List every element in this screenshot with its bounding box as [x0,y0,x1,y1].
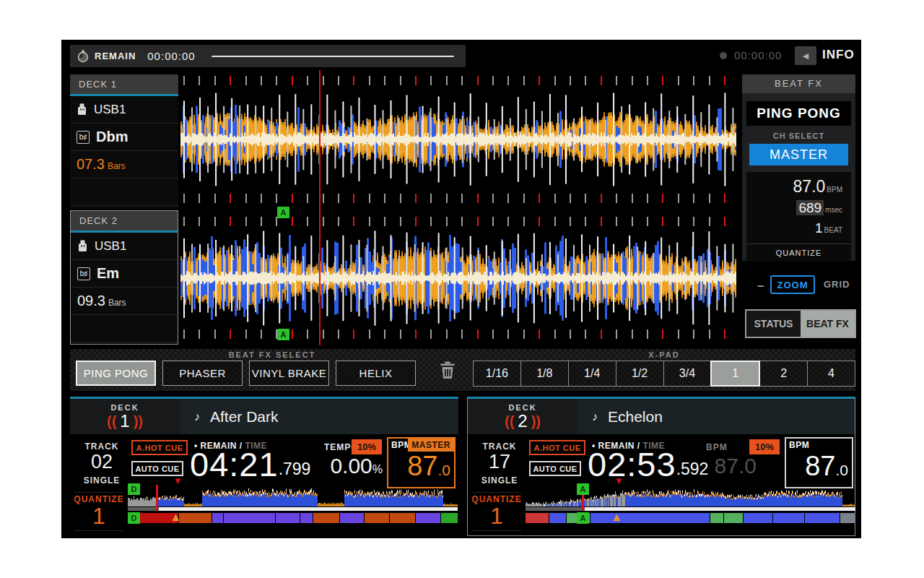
deck1-bars-row[interactable]: 07.3Bars [70,151,178,178]
deck2-bars: 09.3Bars [77,293,126,309]
beat-tick [647,217,648,226]
deck1-source-row[interactable]: USB1 [70,96,178,124]
deck2-body: TRACK 17 SINGLE A.HOT CUE AUTO CUE • REM… [468,434,855,536]
beat-tick [523,217,525,226]
xpad-cell-4[interactable]: 4 [807,361,855,387]
deck2-auto-cue-button[interactable]: AUTO CUE [529,461,581,476]
deck2-hot-cue-button[interactable]: A.HOT CUE [529,440,585,455]
music-note-icon: ♪ [592,410,598,423]
fx-button-ping-pong[interactable]: PING PONG [76,361,156,386]
deck1-overview-waveform[interactable] [128,486,458,506]
downbeat-tick [539,76,540,85]
beat-tick [338,194,339,203]
xpad-cell-1[interactable]: 1 [710,361,760,387]
beat-tick [323,76,324,85]
deck2-source-row[interactable]: USB1 [71,233,178,260]
deck2-overview-waveform[interactable] [526,486,855,506]
beat-tick [585,194,586,203]
deck2-onair: (( 2 )) [505,412,541,431]
beat-tick [632,217,633,226]
beat-tick [461,76,463,85]
deck2-info-panel[interactable]: DECK 2 USB1 b♯ Em 09.3Bars [70,210,178,345]
downbeat-tick [601,217,602,226]
channel-select-button[interactable]: MASTER [749,144,848,165]
deck2-bars-row[interactable]: 09.3Bars [71,288,178,315]
deck1-beat-ticks-top [180,76,736,85]
deck2-bpm-dim-value: 87.0 [641,454,757,478]
downbeat-tick [539,329,540,339]
xpad-cell-1-16[interactable]: 1/16 [473,361,521,387]
deck1-track-title: After Dark [210,408,279,426]
fx-button-vinyl-brake[interactable]: VINYL BRAKE [249,361,329,386]
xpad-cell-1-8[interactable]: 1/8 [520,361,569,387]
deck1-key-row[interactable]: b♯ Dbm [70,124,178,151]
zoom-out-button[interactable]: – [757,279,764,293]
xpad-cell-3-4[interactable]: 3/4 [663,361,712,387]
fx-strip: BEAT FX SELECT PING PONGPHASERVINYL BRAK… [70,349,855,391]
beat-tick [400,217,401,226]
onair-left-icon: (( [505,412,514,431]
downbeat-tick [477,329,479,339]
downbeat-tick [539,217,540,226]
downbeat-tick [662,217,663,226]
deck1-cue-point-icon: ▲ [170,512,181,522]
phrase-segment [340,513,364,523]
beat-tick [338,217,339,226]
beat-tick [554,329,556,339]
fx-button-phaser[interactable]: PHASER [162,361,243,386]
deck2-main-waveform[interactable] [180,228,736,329]
deck2-memory-cue-icon: ▼ [614,476,624,486]
back-button[interactable]: ◀ [795,46,816,65]
phrase-segment [313,513,339,523]
trash-button[interactable] [440,361,456,382]
back-arrow-icon: ◀ [803,51,808,61]
beat-tick [678,194,679,203]
deck2-number: 2 [518,412,527,431]
deck1-auto-cue-button[interactable]: AUTO CUE [131,461,183,476]
deck1-info-panel[interactable]: DECK 1 USB1 b♯ Dbm 07.3Bars [70,74,178,209]
fx-msec-value: 689 [796,200,824,215]
beatfx-tab[interactable]: BEAT FX [801,311,855,337]
info-button[interactable]: INFO [822,48,855,62]
downbeat-tick [477,217,479,226]
zoom-button[interactable]: ZOOM [770,275,815,294]
beat-tick [199,76,200,85]
beat-tick [492,217,494,226]
fx-button-helix[interactable]: HELIX [336,361,416,386]
beat-tick [492,76,494,85]
deck1-number: 1 [120,412,129,431]
fx-quantize-button[interactable]: QUANTIZE [746,243,851,262]
beat-tick [430,217,432,226]
status-tab[interactable]: STATUS [746,311,801,337]
grid-button[interactable]: GRID [824,279,850,290]
downbeat-tick [353,329,354,339]
deck1-main-waveform[interactable] [180,87,736,191]
beat-tick [199,329,200,339]
beat-tick [400,329,401,339]
deck1-hot-cue-button[interactable]: A.HOT CUE [131,440,188,455]
deck2-key-row[interactable]: b♯ Em [71,260,178,288]
downbeat-tick [724,217,725,226]
downbeat-tick [724,194,725,203]
beat-tick [632,194,633,203]
divider [74,530,123,531]
beat-tick [507,194,509,203]
xpad-cell-2[interactable]: 2 [759,361,808,387]
phrase-segment [773,513,804,523]
downbeat-tick [601,329,602,339]
xpad-cell-1-2[interactable]: 1/2 [616,361,664,387]
divider [472,492,521,493]
beat-tick [507,329,509,339]
downbeat-tick [230,76,231,85]
deck1-number-block: DECK (( 1 )) [70,399,180,434]
deck2-number-block: DECK (( 2 )) [468,399,578,434]
deck2-progress-bar [526,507,855,511]
downbeat-tick [292,76,293,85]
beat-tick [384,76,385,85]
beat-tick [183,217,185,226]
downbeat-tick [292,217,293,226]
beat-tick [523,194,525,203]
top-status-strip: REMAIN 00:00:00 [70,45,466,67]
usb-icon [77,103,87,116]
xpad-cell-1-4[interactable]: 1/4 [568,361,616,387]
